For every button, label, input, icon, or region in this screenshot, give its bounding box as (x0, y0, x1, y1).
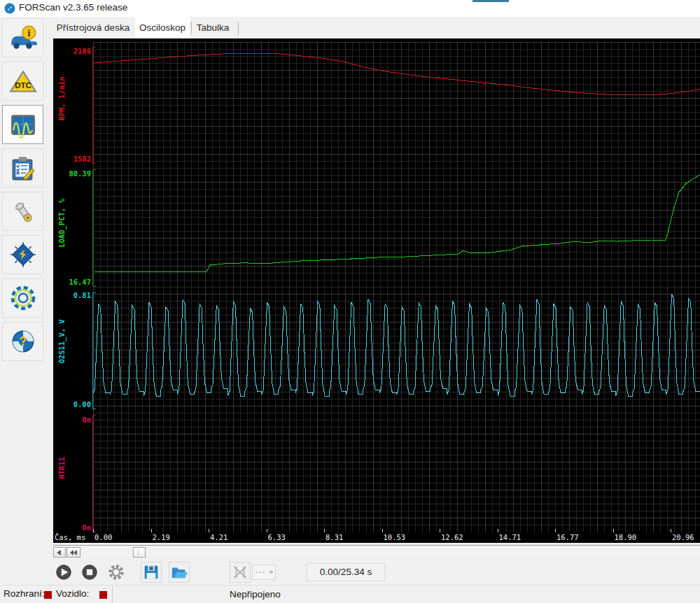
sidebar-item-service[interactable] (2, 192, 43, 231)
load-axis-max: 80.39 (69, 169, 91, 178)
rpm-axis-max: 2186 (74, 47, 91, 55)
dashed-line-icon (253, 567, 274, 578)
open-button[interactable] (169, 562, 190, 583)
gear-icon (8, 283, 38, 313)
scroll-thumb[interactable] (133, 547, 146, 558)
tab-separator-1 (191, 22, 192, 34)
x-axis-tick (613, 529, 614, 532)
car-info-icon: i (8, 23, 38, 52)
htr11-axis-min: On (82, 523, 91, 532)
rpm-axis-min: 1582 (74, 155, 91, 163)
sidebar-item-dtc[interactable]: DTC (2, 62, 43, 101)
chip-module-icon (8, 240, 38, 269)
htr11-axis-title: HTR11 (57, 398, 66, 538)
x-axis-tick (382, 529, 383, 532)
stop-icon (80, 563, 99, 581)
window-title: FORScan v2.3.65 release (19, 2, 127, 13)
tab-separator-2 (238, 22, 239, 34)
main-navigation-sidebar: i DTC (0, 17, 48, 585)
save-button[interactable] (141, 562, 162, 583)
open-folder-icon (170, 563, 188, 581)
oscilloscope-toolbar: 0.00/25.34 s (53, 560, 700, 585)
page-left-button[interactable] (66, 547, 80, 558)
x-axis-title: Čas, ms (55, 533, 85, 541)
x-axis-tick-label: 8.31 (326, 533, 343, 541)
x-axis-tick-label: 10.53 (384, 533, 406, 541)
x-axis-tick-label: 12.62 (441, 533, 463, 541)
plot-horizontal-scrollbar[interactable] (53, 545, 700, 558)
connection-status-panel: Nepřipojeno (112, 586, 388, 603)
htr11-axis-max: On (82, 416, 91, 424)
stop-button[interactable] (79, 562, 100, 583)
x-axis-tick-label: 18.90 (615, 533, 637, 541)
help-question-icon: ? (8, 327, 38, 356)
x-axis-tick (671, 529, 671, 532)
tab-oscilloscope[interactable]: Osciloskop (135, 17, 190, 38)
view-tab-bar: Přístrojová deska Osciloskop Tabulka (48, 17, 700, 38)
svg-text:i: i (27, 28, 30, 38)
play-button[interactable] (53, 562, 74, 583)
tab-dashboard[interactable]: Přístrojová deska (52, 17, 134, 38)
x-axis-tick-label: 14.71 (499, 533, 522, 541)
x-axis-tick (151, 529, 152, 532)
vehicle-status-indicator (99, 591, 107, 599)
x-axis-tick (555, 529, 556, 532)
oscilloscope-plot[interactable]: 2186 1582 RPM, 1/min 80.39 16.47 LOAD_PC… (53, 38, 700, 543)
o2s11-axis-title: O2S11_V, V (57, 271, 66, 411)
scroll-left-button[interactable] (53, 547, 66, 558)
clear-markers-button[interactable] (230, 562, 251, 583)
clipboard-checklist-icon (8, 153, 38, 183)
window-title-bar: FORScan v2.3.65 release (0, 0, 700, 17)
oscilloscope-wave-icon (8, 110, 38, 139)
x-axis-tick-label: 4.21 (210, 533, 227, 541)
x-axis-tick-label: 20.96 (672, 533, 694, 541)
load-axis-min: 16.47 (69, 278, 91, 286)
svg-text:DTC: DTC (15, 82, 31, 90)
x-axis-tick-label: 6.33 (268, 533, 286, 541)
arrow-left-icon (55, 549, 64, 556)
dtc-warning-triangle-icon: DTC (8, 66, 38, 96)
wrench-icon (8, 197, 38, 226)
x-axis-tick-label: 16.77 (556, 533, 579, 541)
x-axis-tick (93, 529, 94, 532)
time-position-display: 0.00/25.34 s (307, 563, 385, 581)
sidebar-item-help[interactable]: ? (2, 322, 43, 361)
tab-table[interactable]: Tabulka (193, 17, 232, 38)
x-axis-tick (209, 529, 209, 532)
x-axis-tick (324, 529, 325, 532)
x-axis-tick (267, 529, 267, 532)
settings-button[interactable] (106, 562, 127, 583)
connection-status-text: Nepřipojeno (230, 589, 281, 600)
o2s11-axis-min: 0.00 (74, 400, 91, 409)
x-axis-tick (498, 529, 498, 532)
x-axis-tick-label: 2.19 (153, 533, 170, 541)
interface-label: Rozhraní: (4, 588, 45, 599)
background-window-edge (472, 0, 509, 2)
x-axis-tick-label: 0.00 (94, 533, 112, 541)
floppy-disk-icon (142, 563, 160, 581)
svg-text:?: ? (19, 334, 27, 348)
rpm-axis-title: RPM, 1/min (57, 38, 66, 169)
interface-status-indicator (44, 591, 52, 599)
line-style-select[interactable] (252, 565, 276, 580)
sidebar-item-oscilloscope[interactable] (2, 105, 43, 144)
crossed-markers-icon (231, 563, 249, 581)
o2s11-axis-max: 0.81 (74, 291, 91, 299)
status-bar: Rozhraní: Vozidlo: Nepřipojeno (0, 585, 700, 603)
sidebar-item-vehicle-info[interactable]: i (2, 18, 43, 57)
double-arrow-left-icon (69, 549, 78, 556)
vehicle-label: Vozidlo: (56, 588, 89, 599)
forscan-logo-icon (4, 3, 15, 14)
plot-trace-layer (53, 38, 700, 543)
sidebar-item-service-procedures[interactable] (2, 148, 43, 187)
sidebar-item-module-programming[interactable] (2, 235, 43, 274)
play-icon (55, 563, 73, 581)
x-axis-tick (440, 529, 440, 532)
gear-icon (107, 563, 125, 581)
sidebar-item-configuration[interactable] (2, 278, 43, 318)
